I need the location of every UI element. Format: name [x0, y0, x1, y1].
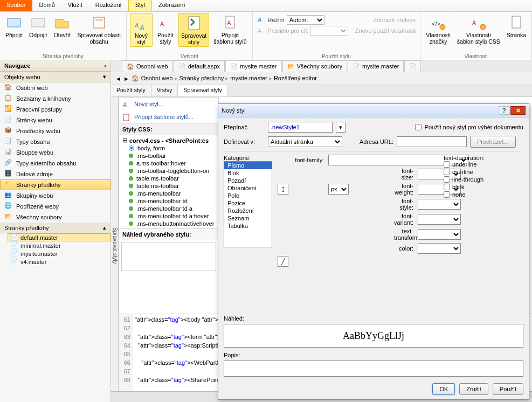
category-item[interactable]: Pozadí	[224, 177, 272, 184]
nav-item-5[interactable]: 📑Typy obsahu	[0, 136, 110, 147]
css-properties-button[interactable]: AVlastnosti šablon stylů CSS	[455, 13, 502, 46]
mode-combo[interactable]: Autom.	[287, 15, 324, 25]
collapse-icon[interactable]: ⊟	[122, 137, 127, 144]
nav-item-6[interactable]: 📊Sloupce webu	[0, 147, 110, 158]
page-button[interactable]: Stránka	[505, 13, 528, 40]
doc-tab[interactable]: 📄mysite.master	[225, 60, 281, 72]
nav-fwd-icon[interactable]: ►	[123, 75, 129, 82]
file-item[interactable]: 📄v4.master	[8, 258, 110, 266]
definein-combo[interactable]: Aktuální stránka	[268, 136, 342, 147]
breadcrumb-segment[interactable]: Osobní web	[141, 75, 173, 81]
close-button[interactable]: ✕	[510, 106, 526, 115]
open-button[interactable]: Otevřít	[51, 13, 73, 40]
nav-item-3[interactable]: 📄Stránky webu	[0, 115, 110, 126]
nav-item-8[interactable]: 🗄️Datové zdroje	[0, 169, 110, 179]
menu-view[interactable]: Zobrazení	[152, 0, 192, 11]
deco-checkbox[interactable]	[444, 176, 450, 183]
category-item[interactable]: Pole	[224, 192, 272, 199]
deco-checkbox[interactable]	[444, 191, 450, 198]
menu-style[interactable]: Styl	[128, 0, 152, 11]
css-rule[interactable]: a.ms-toolbar:hover	[119, 160, 218, 167]
css-rule[interactable]: .ms-toolbar-togglebutton-on	[119, 167, 218, 175]
category-item[interactable]: Seznam	[224, 214, 272, 222]
css-rule[interactable]: table.ms-toolbar	[119, 175, 218, 182]
breadcrumb-segment[interactable]: Rozšířený editor	[274, 75, 317, 81]
menu-layout[interactable]: Rozložení	[89, 0, 128, 11]
menu-home[interactable]: Domů	[32, 0, 61, 11]
color-picker-button[interactable]: ╱	[278, 256, 288, 267]
deco-option[interactable]: overline	[444, 169, 485, 175]
css-rule[interactable]: .ms-menutoolbar	[119, 190, 218, 197]
css-rule[interactable]: .ms-toolbar	[119, 152, 218, 160]
deco-option[interactable]: line-through	[444, 176, 485, 183]
attach-stylesheet-button[interactable]: APřipojit šablonu stylů	[211, 13, 248, 46]
category-item[interactable]: Pozice	[224, 199, 272, 207]
deco-option[interactable]: blink	[444, 184, 485, 190]
detach-button[interactable]: Odpojit	[27, 13, 49, 40]
nav-item-9[interactable]: 📁Stránky předlohy	[0, 179, 110, 190]
css-file-node[interactable]: ⊟ corev4.css - <SharePoint:cs	[119, 136, 218, 144]
doc-tab[interactable]: 🏠Osobní web	[122, 60, 173, 72]
selector-input[interactable]	[268, 122, 333, 133]
attach-stylesheet-link[interactable]: Připojit šablonu stylů...	[119, 110, 218, 123]
selector-dropdown[interactable]: ▾	[336, 122, 346, 133]
editor-tab[interactable]: Vrstvy	[151, 85, 178, 96]
doc-tab[interactable]: 📄default.aspx	[174, 60, 225, 72]
nav-item-11[interactable]: 🌐Podřízené weby	[0, 201, 110, 212]
file-item[interactable]: 📄mysite.master	[8, 249, 110, 258]
subtree-header[interactable]: Stránky předlohy ▴	[0, 223, 110, 233]
css-rule[interactable]: .ms-menutoolbar td	[119, 197, 218, 205]
editor-tab[interactable]: Spravovat styly	[178, 85, 227, 96]
font-size-unit[interactable]: px	[328, 184, 349, 195]
deco-option[interactable]: none	[444, 191, 485, 198]
new-style-link[interactable]: A Nový styl...	[119, 98, 218, 110]
manage-regions-button[interactable]: Spravovat oblasti obsahu	[75, 13, 123, 46]
editor-tab[interactable]: Použít styly	[111, 85, 151, 96]
new-style-button[interactable]: AANový styl	[130, 13, 153, 47]
nav-item-7[interactable]: 🔗Typy externího obsahu	[0, 158, 110, 169]
css-rule[interactable]: body, form	[119, 144, 218, 152]
category-item[interactable]: Písmo	[224, 162, 272, 169]
category-item[interactable]: Blok	[224, 169, 272, 177]
dialog-titlebar[interactable]: Nový styl ? ✕	[218, 104, 529, 117]
css-rule[interactable]: .ms-menubuttoninactivehover	[119, 220, 218, 227]
nav-item-1[interactable]: 📋Seznamy a knihovny	[0, 93, 110, 104]
menu-insert[interactable]: Vložit	[61, 0, 89, 11]
home-icon[interactable]: 🏠	[132, 75, 139, 82]
ok-button[interactable]: OK	[432, 383, 455, 395]
new-tab-button[interactable]: 📄	[404, 60, 421, 72]
css-rule[interactable]: .ms-menutoolbar td a	[119, 205, 218, 212]
css-rule[interactable]: table.ms-toolbar	[119, 182, 218, 190]
deco-checkbox[interactable]	[444, 161, 450, 168]
nav-item-2[interactable]: 🔁Pracovní postupy	[0, 104, 110, 115]
category-item[interactable]: Rozložení	[224, 207, 272, 214]
css-rule[interactable]: .ms-menutoolbar td a:hover	[119, 212, 218, 220]
file-item[interactable]: 📄default.master	[8, 233, 110, 241]
apply-button[interactable]: Použít	[493, 383, 523, 395]
tag-properties-button[interactable]: </>Vlastnosti značky	[424, 13, 453, 46]
nav-item-10[interactable]: 👥Skupiny webu	[0, 190, 110, 201]
nav-item-0[interactable]: 🏠Osobní web	[0, 82, 110, 93]
breadcrumb-segment[interactable]: mysite.master	[230, 75, 267, 81]
apply-to-selection-checkbox[interactable]	[415, 124, 422, 130]
file-item[interactable]: 📄minimal.master	[8, 241, 110, 249]
apply-styles-button[interactable]: APoužít styly	[155, 13, 176, 46]
overlay-label[interactable]: Zobrazit překryv	[373, 17, 416, 23]
nav-item-4[interactable]: 📦Prostředky webu	[0, 126, 110, 136]
font-size-spinner[interactable]: ⭥	[278, 184, 288, 195]
category-item[interactable]: Tabulka	[224, 222, 272, 230]
category-item[interactable]: Ohraničení	[224, 184, 272, 192]
manage-styles-button[interactable]: Spravovat styly	[178, 13, 209, 47]
chevron-left-icon[interactable]: ‹	[104, 63, 106, 69]
attach-button[interactable]: Připojit	[3, 13, 25, 40]
menu-file[interactable]: Soubor	[0, 0, 32, 11]
deco-option[interactable]: underline	[444, 161, 485, 168]
breadcrumb-segment[interactable]: Stránky předlohy	[179, 75, 224, 81]
cancel-button[interactable]: Zrušit	[459, 383, 488, 395]
category-list[interactable]: PísmoBlokPozadíOhraničeníPolePoziceRozlo…	[224, 161, 272, 247]
nav-item-12[interactable]: 📂Všechny soubory	[0, 212, 110, 223]
help-button[interactable]: ?	[499, 106, 509, 115]
nav-back-icon[interactable]: ◄	[115, 75, 121, 82]
vertical-tab[interactable]: Spravovat styly	[111, 97, 119, 391]
objects-header[interactable]: Objekty webu ▾	[0, 72, 110, 82]
